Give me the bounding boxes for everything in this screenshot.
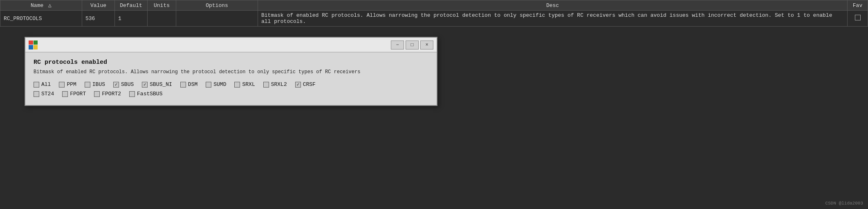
- checkbox-item-dsm[interactable]: DSM: [180, 81, 197, 88]
- dialog-title: RC protocols enabled: [34, 59, 428, 66]
- desc-col-label: Desc: [546, 2, 559, 9]
- checkbox-all[interactable]: [34, 82, 39, 88]
- icon-q3: [29, 45, 33, 49]
- checkbox-crsf[interactable]: [295, 82, 301, 88]
- icon-q2: [34, 40, 38, 45]
- row-desc: Bitmask of enabled RC protocols. Allows …: [258, 11, 848, 27]
- table-row[interactable]: RC_PROTOCOLS 536 1 Bitmask of enabled RC…: [0, 11, 868, 27]
- checkbox-item-sbus[interactable]: SBUS: [113, 81, 134, 88]
- checkbox-srxl2[interactable]: [263, 82, 269, 88]
- checkbox-ppm[interactable]: [59, 82, 65, 88]
- close-button[interactable]: ×: [420, 40, 433, 49]
- checkbox-label-fastsbus: FastSBUS: [137, 91, 162, 97]
- checkbox-item-ibus[interactable]: IBUS: [85, 81, 105, 88]
- checkbox-fastsbus[interactable]: [129, 91, 135, 97]
- options-col-label: Options: [206, 2, 228, 9]
- checkbox-label-fport: FPORT: [70, 91, 86, 97]
- checkbox-label-srxl: SRXL: [242, 81, 255, 88]
- checkbox-label-all: All: [41, 81, 51, 88]
- checkbox-item-sbus_ni[interactable]: SBUS_NI: [142, 81, 172, 88]
- checkbox-item-all[interactable]: All: [34, 81, 51, 88]
- checkbox-label-srxl2: SRXL2: [271, 81, 287, 88]
- checkbox-item-st24[interactable]: ST24: [34, 91, 54, 97]
- col-header-default[interactable]: Default: [115, 0, 148, 11]
- checkbox-label-ibus: IBUS: [92, 81, 105, 88]
- checkbox-label-st24: ST24: [41, 91, 54, 97]
- row-units: [148, 11, 176, 27]
- checkbox-label-fport2: FPORT2: [102, 91, 121, 97]
- col-header-fav: Fav: [848, 0, 868, 11]
- checkbox-dsm[interactable]: [180, 82, 186, 88]
- minimize-button[interactable]: −: [391, 40, 404, 49]
- checkbox-label-crsf: CRSF: [303, 81, 316, 88]
- checkbox-sumd[interactable]: [206, 82, 211, 88]
- checkbox-ibus[interactable]: [85, 82, 90, 88]
- checkbox-fport2[interactable]: [94, 91, 100, 97]
- units-col-label: Units: [154, 2, 170, 9]
- dialog-description: Bitmask of enabled RC protocols. Allows …: [34, 69, 428, 75]
- rc-protocols-dialog: − □ × RC protocols enabled Bitmask of en…: [25, 37, 437, 106]
- col-header-desc: Desc: [258, 0, 848, 11]
- row-name: RC_PROTOCOLS: [0, 11, 82, 27]
- col-header-value[interactable]: Value: [82, 0, 115, 11]
- checkbox-row-2: ST24FPORTFPORT2FastSBUS: [34, 91, 428, 97]
- checkbox-item-fastsbus[interactable]: FastSBUS: [129, 91, 162, 97]
- icon-q1: [29, 40, 33, 45]
- dialog-controls: − □ ×: [391, 40, 433, 49]
- icon-q4: [34, 45, 38, 49]
- checkbox-grid: AllPPMIBUSSBUSSBUS_NIDSMSUMDSRXLSRXL2CRS…: [34, 81, 428, 97]
- fav-checkbox[interactable]: [855, 15, 861, 20]
- dialog-body: RC protocols enabled Bitmask of enabled …: [25, 52, 437, 105]
- checkbox-sbus[interactable]: [113, 82, 119, 88]
- checkbox-item-srxl2[interactable]: SRXL2: [263, 81, 287, 88]
- checkbox-item-ppm[interactable]: PPM: [59, 81, 76, 88]
- value-col-label: Value: [90, 2, 106, 9]
- dialog-titlebar: − □ ×: [25, 38, 437, 52]
- checkbox-label-sbus: SBUS: [121, 81, 134, 88]
- row-default: 1: [115, 11, 148, 27]
- restore-button[interactable]: □: [406, 40, 419, 49]
- watermark: CSDN @lida2003: [825, 201, 863, 206]
- row-value: 536: [82, 11, 115, 27]
- checkbox-item-sumd[interactable]: SUMD: [206, 81, 226, 88]
- sort-indicator: △: [48, 2, 52, 9]
- checkbox-st24[interactable]: [34, 91, 39, 97]
- col-header-units[interactable]: Units: [148, 0, 176, 11]
- checkbox-label-sumd: SUMD: [213, 81, 226, 88]
- checkbox-fport[interactable]: [62, 91, 68, 97]
- checkbox-row-1: AllPPMIBUSSBUSSBUS_NIDSMSUMDSRXLSRXL2CRS…: [34, 81, 428, 88]
- titlebar-left: [29, 40, 38, 49]
- col-header-options[interactable]: Options: [176, 0, 258, 11]
- row-fav[interactable]: [848, 11, 868, 27]
- checkbox-label-sbus_ni: SBUS_NI: [150, 81, 172, 88]
- default-col-label: Default: [120, 2, 142, 9]
- checkbox-item-fport[interactable]: FPORT: [62, 91, 86, 97]
- fav-col-label: Fav: [853, 2, 862, 9]
- dialog-icon: [29, 40, 38, 49]
- checkbox-label-ppm: PPM: [67, 81, 76, 88]
- param-table: Name △ Value Default Units Options Desc …: [0, 0, 868, 27]
- name-col-label: Name: [31, 2, 43, 9]
- checkbox-item-fport2[interactable]: FPORT2: [94, 91, 121, 97]
- col-header-name[interactable]: Name △: [0, 0, 82, 11]
- checkbox-sbus_ni[interactable]: [142, 82, 148, 88]
- row-options: [176, 11, 258, 27]
- checkbox-srxl[interactable]: [234, 82, 240, 88]
- checkbox-item-srxl[interactable]: SRXL: [234, 81, 255, 88]
- checkbox-item-crsf[interactable]: CRSF: [295, 81, 316, 88]
- checkbox-label-dsm: DSM: [188, 81, 197, 88]
